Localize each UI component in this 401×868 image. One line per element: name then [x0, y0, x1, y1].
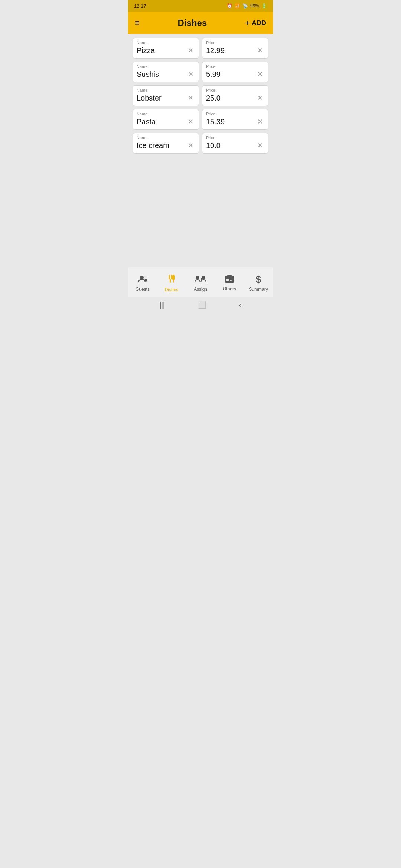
price-value-1: 12.99	[206, 46, 225, 55]
home-button[interactable]: ⬜	[198, 301, 206, 309]
svg-rect-4	[171, 275, 172, 279]
svg-rect-14	[230, 280, 232, 281]
signal-icon: 📡	[242, 3, 248, 9]
svg-rect-13	[230, 279, 233, 279]
price-label-5: Price	[206, 135, 264, 140]
svg-point-8	[196, 276, 199, 280]
app-bar: ≡ Dishes + ADD	[128, 12, 273, 34]
recent-apps-button[interactable]: |||	[160, 301, 165, 309]
name-clear-3[interactable]: ✕	[186, 93, 195, 103]
status-icons: ⏰ 📶 📡 99% 🔋	[227, 3, 267, 9]
name-clear-2[interactable]: ✕	[186, 69, 195, 79]
nav-label-summary: Summary	[249, 287, 268, 292]
price-clear-3[interactable]: ✕	[256, 93, 264, 103]
dish-row: Name Ice cream ✕ Price 10.0 ✕	[133, 133, 268, 154]
name-value-5: Ice cream	[137, 141, 169, 150]
name-value-2: Sushis	[137, 70, 159, 79]
guests-icon	[138, 274, 147, 285]
menu-button[interactable]: ≡	[135, 18, 140, 28]
status-bar: 12:17 ⏰ 📶 📡 99% 🔋	[128, 0, 273, 12]
svg-point-0	[140, 276, 144, 279]
nav-label-dishes: Dishes	[165, 287, 179, 292]
add-button[interactable]: + ADD	[245, 18, 266, 28]
nav-item-others[interactable]: Others	[215, 274, 244, 292]
status-time: 12:17	[134, 3, 146, 9]
name-field-1[interactable]: Name Pizza ✕	[133, 38, 199, 59]
back-button[interactable]: ‹	[239, 301, 241, 309]
system-nav: ||| ⬜ ‹	[128, 297, 273, 313]
name-field-3[interactable]: Name Lobster ✕	[133, 85, 199, 106]
nav-item-summary[interactable]: $ Summary	[244, 274, 273, 292]
add-label: ADD	[252, 19, 266, 27]
svg-rect-12	[226, 279, 229, 281]
nav-label-others: Others	[223, 286, 236, 292]
name-field-4[interactable]: Name Pasta ✕	[133, 109, 199, 130]
price-field-2[interactable]: Price 5.99 ✕	[202, 62, 268, 82]
price-value-4: 15.39	[206, 118, 225, 126]
battery-level: 99%	[250, 3, 259, 9]
nav-label-guests: Guests	[136, 287, 150, 292]
nav-label-assign: Assign	[194, 287, 207, 292]
dish-row: Name Lobster ✕ Price 25.0 ✕	[133, 85, 268, 106]
name-clear-1[interactable]: ✕	[186, 46, 195, 55]
add-plus-icon: +	[245, 18, 250, 28]
name-field-5[interactable]: Name Ice cream ✕	[133, 133, 199, 154]
name-value-3: Lobster	[137, 94, 162, 102]
page-title: Dishes	[178, 18, 207, 28]
assign-icon	[195, 274, 206, 285]
battery-icon: 🔋	[261, 3, 267, 9]
price-field-4[interactable]: Price 15.39 ✕	[202, 109, 268, 130]
nav-item-guests[interactable]: Guests	[128, 274, 157, 292]
price-value-5: 10.0	[206, 141, 221, 150]
name-clear-4[interactable]: ✕	[186, 117, 195, 126]
price-clear-4[interactable]: ✕	[256, 117, 264, 126]
price-field-3[interactable]: Price 25.0 ✕	[202, 85, 268, 106]
name-label-2: Name	[137, 64, 195, 69]
price-clear-2[interactable]: ✕	[256, 69, 264, 79]
price-field-1[interactable]: Price 12.99 ✕	[202, 38, 268, 59]
price-clear-5[interactable]: ✕	[256, 141, 264, 150]
dish-row: Name Sushis ✕ Price 5.99 ✕	[133, 62, 268, 82]
svg-rect-11	[227, 275, 232, 277]
name-value-1: Pizza	[137, 46, 155, 55]
price-value-2: 5.99	[206, 70, 221, 79]
svg-rect-5	[170, 279, 171, 283]
price-clear-1[interactable]: ✕	[256, 46, 264, 55]
dish-row: Name Pasta ✕ Price 15.39 ✕	[133, 109, 268, 130]
nav-item-assign[interactable]: Assign	[186, 274, 215, 292]
price-value-3: 25.0	[206, 94, 221, 102]
nav-item-dishes[interactable]: Dishes	[157, 274, 186, 292]
wifi-icon: 📶	[235, 3, 240, 9]
price-label-3: Price	[206, 88, 264, 92]
name-value-4: Pasta	[137, 118, 156, 126]
name-label-5: Name	[137, 135, 195, 140]
bottom-nav: Guests Dishes Assign	[128, 267, 273, 297]
summary-icon: $	[256, 274, 261, 285]
name-label-4: Name	[137, 112, 195, 116]
svg-rect-6	[172, 275, 175, 280]
alarm-icon: ⏰	[227, 3, 232, 9]
svg-rect-7	[173, 280, 174, 283]
name-clear-5[interactable]: ✕	[186, 141, 195, 150]
price-field-5[interactable]: Price 10.0 ✕	[202, 133, 268, 154]
dishes-list: Name Pizza ✕ Price 12.99 ✕ Name Sushis ✕…	[128, 34, 273, 267]
others-icon	[224, 274, 235, 285]
price-label-4: Price	[206, 112, 264, 116]
dishes-icon	[166, 274, 177, 286]
name-label-1: Name	[137, 40, 195, 45]
name-field-2[interactable]: Name Sushis ✕	[133, 62, 199, 82]
name-label-3: Name	[137, 88, 195, 92]
price-label-1: Price	[206, 40, 264, 45]
dish-row: Name Pizza ✕ Price 12.99 ✕	[133, 38, 268, 59]
price-label-2: Price	[206, 64, 264, 69]
svg-rect-3	[169, 275, 170, 279]
